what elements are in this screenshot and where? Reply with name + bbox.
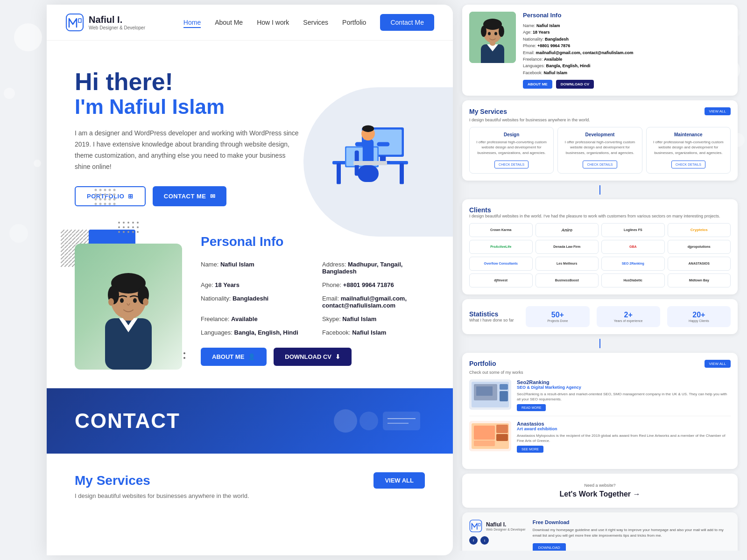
download-cv-button[interactable]: DOWNLOAD CV ⬇ xyxy=(274,348,352,366)
info-skype: Skype: Nafiul Islam xyxy=(322,315,425,322)
svg-point-58 xyxy=(118,231,120,233)
svg-rect-11 xyxy=(400,163,404,184)
profile-card-title: Personal Info xyxy=(523,12,731,19)
client-proactive: ProActiveLife xyxy=(469,240,533,254)
navbar: Nafiul I. Web Designer & Developer Home … xyxy=(47,5,453,41)
profile-about-button[interactable]: ABOUT ME xyxy=(523,80,552,89)
client-midtown: Midtown Bay xyxy=(668,273,731,287)
service-design-title: Design xyxy=(473,132,550,137)
svg-point-91 xyxy=(481,26,486,37)
right-services-title: My Services xyxy=(469,108,507,115)
service-dev-btn[interactable]: CHECK DETAILS xyxy=(583,161,617,168)
svg-rect-10 xyxy=(337,163,341,184)
right-view-all-button[interactable]: VIEW ALL xyxy=(705,107,731,115)
svg-point-27 xyxy=(99,189,102,191)
svg-point-43 xyxy=(104,203,106,205)
stat-projects: 50+ Projects Done xyxy=(526,306,589,327)
about-me-button[interactable]: ABOUT ME 👤 xyxy=(201,348,267,366)
svg-point-26 xyxy=(95,189,97,191)
portfolio-name-1: Seo2Ranking xyxy=(517,379,731,385)
twitter-icon[interactable]: t xyxy=(480,536,489,545)
dots-grid xyxy=(117,220,145,244)
portfolio-see-more-2[interactable]: SEE MORE xyxy=(517,446,543,453)
svg-rect-98 xyxy=(476,386,493,396)
profile-photo-frame xyxy=(75,244,182,370)
client-djprop: djpropolutions xyxy=(668,240,731,254)
divider-2 xyxy=(599,339,600,348)
stat-clients-label: Happy Clients xyxy=(674,319,724,322)
nav-home[interactable]: Home xyxy=(183,19,201,28)
svg-point-50 xyxy=(127,222,129,224)
svg-point-28 xyxy=(104,189,106,191)
nav-services[interactable]: Services xyxy=(303,19,328,26)
nav-about-me[interactable]: About Me xyxy=(215,19,243,26)
portfolio-desc-2: Anastasios Mylopoulos is the recipient o… xyxy=(517,433,731,443)
svg-rect-99 xyxy=(500,384,508,390)
portfolio-view-all-button[interactable]: VIEW ALL xyxy=(705,360,731,368)
portfolio-subtitle: Check out some of my works xyxy=(469,370,731,375)
hero-content: Hi there! I'm Nafiul Islam I am a design… xyxy=(75,69,299,206)
services-section: My Services VIEW ALL I design beautiful … xyxy=(47,454,453,523)
client-les-meilleurs: Les Meilleurs xyxy=(536,257,599,271)
logo-icon xyxy=(65,13,84,32)
view-all-services-button[interactable]: VIEW ALL xyxy=(374,472,425,489)
service-design-desc: I offer professional high-converting cus… xyxy=(473,140,550,155)
service-design-btn[interactable]: CHECK DETAILS xyxy=(494,161,529,168)
footer-logo: Nafiul I. Web Designer & Developer xyxy=(469,519,526,532)
services-header: My Services VIEW ALL xyxy=(75,472,425,489)
svg-point-54 xyxy=(123,226,125,228)
portfolio-thumb-2-svg xyxy=(469,421,511,451)
hero-description: I am a designer and WordPress developer … xyxy=(75,128,299,172)
footer-section: Nafiul I. Web Designer & Developer f t F… xyxy=(462,512,738,551)
portfolio-thumb-1 xyxy=(469,379,511,410)
svg-point-92 xyxy=(499,26,504,37)
facebook-icon[interactable]: f xyxy=(469,536,478,545)
info-name: Name: Nafiul Islam xyxy=(201,261,303,275)
stat-experience: 2+ Years of experience xyxy=(597,306,660,327)
client-aniro: Aniro xyxy=(536,223,599,237)
contact-banner-title: CONTACT xyxy=(75,409,180,433)
service-card-development: Development I offer professional high-co… xyxy=(557,127,642,174)
nav-contact-me[interactable]: Contact Me xyxy=(380,14,434,31)
svg-rect-25 xyxy=(353,161,387,165)
work-together-title: Let's Work Together → xyxy=(472,490,728,498)
person-icon: 👤 xyxy=(248,353,255,360)
portfolio-header: Portfolio VIEW ALL xyxy=(469,360,731,368)
main-website-panel: Nafiul I. Web Designer & Developer Home … xyxy=(47,5,453,555)
svg-point-40 xyxy=(113,198,116,201)
service-maint-btn[interactable]: CHECK DETAILS xyxy=(671,161,705,168)
svg-point-34 xyxy=(109,194,111,196)
svg-point-32 xyxy=(99,194,102,196)
client-husdiabetic: HusDiabetic xyxy=(601,273,665,287)
footer-social: f t xyxy=(469,536,526,545)
footer-download-button[interactable]: DOWNLOAD xyxy=(533,543,566,551)
right-services-sub: I design beautiful websites for business… xyxy=(469,118,731,122)
clients-section: Clients I design beautiful websites in t… xyxy=(462,199,738,294)
svg-point-81 xyxy=(359,412,378,430)
svg-point-94 xyxy=(494,32,497,35)
right-services-section: My Services VIEW ALL I design beautiful … xyxy=(462,100,738,181)
portfolio-read-more-1[interactable]: READ MORE xyxy=(517,404,546,411)
svg-point-31 xyxy=(95,194,97,196)
info-age: Age: 18 Years xyxy=(201,281,303,288)
svg-point-77 xyxy=(183,352,185,354)
portfolio-name-2: Anastasios xyxy=(517,421,731,427)
svg-point-57 xyxy=(137,226,139,228)
service-maint-title: Maintenance xyxy=(650,132,726,137)
profile-download-button[interactable]: DOWNLOAD CV xyxy=(556,80,594,89)
portfolio-thumb-2 xyxy=(469,421,511,451)
right-panel: Personal Info Name: Nafiul Islam Age: 18… xyxy=(453,0,747,551)
contact-me-button[interactable]: CONTACT ME ✉ xyxy=(153,186,226,206)
nav-how-i-work[interactable]: How I work xyxy=(257,19,289,26)
statistics-section: Statistics What I have done so far 50+ P… xyxy=(462,299,738,334)
info-languages: Languages: Bangla, English, Hindi xyxy=(201,329,303,336)
nav-portfolio[interactable]: Portfolio xyxy=(342,19,366,26)
stat-experience-label: Years of experience xyxy=(604,319,653,322)
svg-rect-23 xyxy=(355,142,368,146)
stat-projects-label: Projects Done xyxy=(533,319,582,322)
client-denada: Denada Law Firm xyxy=(536,240,599,254)
logo: Nafiul I. Web Designer & Developer xyxy=(65,13,145,32)
svg-point-61 xyxy=(132,231,134,233)
client-loglines: Loglines FS xyxy=(601,223,665,237)
footer-download-area: Free Download Download my homepage guide… xyxy=(533,519,731,551)
